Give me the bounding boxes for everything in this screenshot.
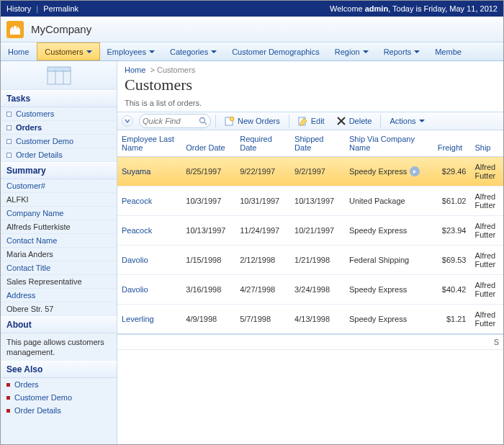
svg-point-1	[14, 25, 17, 28]
chevron-down-icon	[419, 120, 425, 125]
expand-button[interactable]	[122, 115, 133, 127]
seealso-link[interactable]: Customer Demo	[1, 391, 117, 404]
brand-logo-icon	[6, 21, 24, 38]
cell: 1/15/1998	[181, 246, 235, 275]
menu-item-region[interactable]: Region	[328, 42, 377, 60]
menu-item-membe[interactable]: Membe	[428, 42, 469, 60]
delete-button[interactable]: Delete	[332, 113, 377, 129]
cell[interactable]: Peacock	[117, 216, 181, 246]
bullet-icon	[6, 383, 10, 387]
menu-item-customers[interactable]: Customers	[37, 42, 99, 60]
cell: 10/13/1997	[290, 186, 345, 216]
summary-label: Company Name	[1, 207, 117, 220]
grid-toolbar: New Orders Edit Delete Actions	[117, 112, 503, 130]
quick-find[interactable]	[139, 114, 211, 128]
menu-item-employees[interactable]: Employees	[100, 42, 163, 60]
cell[interactable]: Davolio	[117, 246, 181, 275]
svg-rect-5	[48, 67, 71, 71]
task-item-order-details[interactable]: Order Details	[1, 148, 117, 162]
table-row[interactable]: Leverling4/9/19985/7/19984/13/1998Speedy…	[117, 305, 503, 335]
table-row[interactable]: Peacock10/13/199711/24/199710/21/1997Spe…	[117, 216, 503, 246]
column-header[interactable]: Freight	[433, 130, 471, 157]
task-item-customer-demo[interactable]: Customer Demo	[1, 135, 117, 148]
toolbar-divider	[215, 114, 216, 127]
cell[interactable]: Suyama	[117, 157, 181, 186]
summary-value: Obere Str. 57	[1, 302, 117, 316]
sidebar-hero-icon	[1, 61, 117, 90]
permalink-link[interactable]: Permalink	[43, 4, 78, 13]
cell: 9/2/1997	[290, 157, 345, 186]
edit-icon	[298, 116, 308, 126]
cell: $61.02	[433, 186, 471, 216]
cell: Speedy Express	[345, 275, 433, 305]
task-item-customers[interactable]: Customers	[1, 107, 117, 121]
orders-grid: Employee Last NameOrder DateRequired Dat…	[117, 130, 503, 350]
menu-item-categories[interactable]: Categories	[163, 42, 225, 60]
history-link[interactable]: History	[6, 4, 31, 13]
crumb-home[interactable]: Home	[125, 66, 145, 74]
goto-icon[interactable]	[410, 166, 420, 176]
page-title: Customers	[117, 76, 503, 99]
column-header[interactable]: Ship	[470, 130, 503, 157]
cell: Alfred Futter	[470, 157, 503, 186]
table-row[interactable]: Suyama8/25/19979/22/19979/2/1997Speedy E…	[117, 157, 503, 186]
summary-label: Customer#	[1, 179, 117, 193]
crumb-current: Customers	[157, 66, 195, 74]
cell: 10/3/1997	[181, 186, 235, 216]
cell: Speedy Express	[345, 157, 433, 186]
menu-item-customer-demographics[interactable]: Customer Demographics	[225, 42, 328, 60]
summary-label: Contact Title	[1, 261, 117, 275]
cell[interactable]: Peacock	[117, 186, 181, 216]
cell: Alfred Futter	[470, 186, 503, 216]
cell: 3/24/1998	[290, 275, 345, 305]
summary-value: Alfreds Futterkiste	[1, 220, 117, 234]
chevron-down-icon	[86, 50, 92, 56]
cell: $29.46	[433, 157, 471, 186]
cell: Federal Shipping	[345, 246, 433, 275]
grid-footer: S	[117, 334, 503, 350]
menu-item-reports[interactable]: Reports	[377, 42, 428, 60]
svg-rect-4	[48, 70, 71, 84]
chevron-down-icon	[211, 50, 217, 56]
column-header[interactable]: Required Date	[235, 130, 290, 157]
new-orders-button[interactable]: New Orders	[220, 113, 284, 129]
cell: 1/21/1998	[290, 246, 345, 275]
seealso-link[interactable]: Orders	[1, 378, 117, 391]
cell[interactable]: Davolio	[117, 275, 181, 305]
cell: Alfred Futter	[470, 275, 503, 305]
about-heading: About	[1, 316, 117, 333]
column-header[interactable]: Ship Via Company Name	[345, 130, 433, 157]
cell: Alfred Futter	[470, 305, 503, 335]
actions-dropdown[interactable]: Actions	[385, 113, 428, 129]
new-icon	[225, 116, 235, 126]
quick-find-input[interactable]	[143, 117, 199, 125]
svg-point-8	[200, 118, 205, 123]
bullet-icon	[6, 396, 10, 400]
column-header[interactable]: Shipped Date	[290, 130, 345, 157]
svg-line-9	[204, 122, 207, 125]
menu-item-home[interactable]: Home	[1, 42, 37, 60]
summary-value: Sales Representative	[1, 275, 117, 289]
table-row[interactable]: Davolio3/16/19984/27/19983/24/1998Speedy…	[117, 275, 503, 305]
table-row[interactable]: Peacock10/3/199710/31/199710/13/1997Unit…	[117, 186, 503, 216]
task-item-orders[interactable]: Orders	[1, 121, 117, 135]
cell[interactable]: Leverling	[117, 305, 181, 335]
cell: Alfred Futter	[470, 246, 503, 275]
cell: $1.21	[433, 305, 471, 335]
box-icon	[6, 125, 12, 130]
summary-value: Maria Anders	[1, 248, 117, 261]
summary-heading: Summary	[1, 162, 117, 179]
edit-button[interactable]: Edit	[294, 113, 329, 129]
summary-value: ALFKI	[1, 193, 117, 207]
column-header[interactable]: Employee Last Name	[117, 130, 181, 157]
cell: Speedy Express	[345, 305, 433, 335]
column-header[interactable]: Order Date	[181, 130, 235, 157]
chevron-down-icon	[149, 50, 155, 56]
seealso-link[interactable]: Order Details	[1, 404, 117, 417]
box-icon	[6, 153, 12, 158]
search-icon[interactable]	[199, 117, 207, 125]
cell: 8/25/1997	[181, 157, 235, 186]
table-row[interactable]: Davolio1/15/19982/12/19981/21/1998Federa…	[117, 246, 503, 275]
cell: 4/9/1998	[181, 305, 235, 335]
cell: Alfred Futter	[470, 216, 503, 246]
